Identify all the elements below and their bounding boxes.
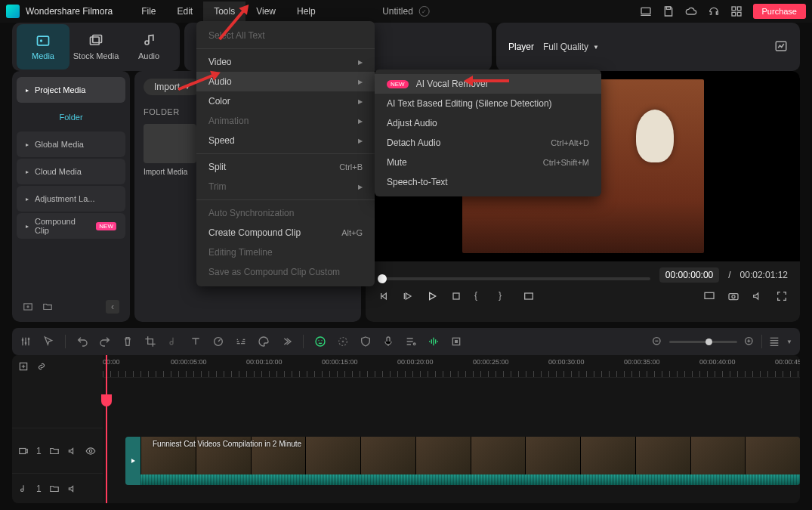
menu-auto-sync[interactable]: Auto Synchronization (196, 203, 375, 223)
menu-split[interactable]: SplitCtrl+B (196, 157, 375, 177)
undo-icon[interactable] (76, 335, 88, 348)
media-thumb-import[interactable]: Import Media (144, 124, 196, 176)
clip-handle-icon[interactable] (125, 437, 140, 485)
sidebar-cloud-media[interactable]: ▸ Cloud Media (17, 159, 125, 184)
menu-animation[interactable]: Animation▶ (196, 111, 375, 131)
sidebar-project-media[interactable]: ▸ Project Media (17, 77, 125, 103)
tab-audio[interactable]: Audio (122, 24, 175, 70)
timeline-body[interactable]: 00:00 00:00:05:00 00:00:10:00 00:00:15:0… (103, 355, 800, 503)
speed-icon[interactable] (212, 335, 224, 348)
sidebar-item-label: Compound Clip (35, 217, 90, 235)
menu-help[interactable]: Help (286, 2, 326, 21)
menu-ai-text-editing[interactable]: AI Text Based Editing (Silence Detection… (375, 94, 601, 113)
grid-icon[interactable] (730, 5, 743, 17)
menu-speed[interactable]: Speed▶ (196, 131, 375, 150)
menu-detach-audio[interactable]: Detach AudioCtrl+Alt+D (375, 133, 601, 153)
zoom-in-icon[interactable] (743, 335, 755, 348)
ratio-icon[interactable] (523, 290, 535, 302)
svg-point-20 (25, 342, 27, 345)
prev-frame-icon[interactable] (378, 290, 390, 302)
layout-icon[interactable] (768, 335, 780, 348)
frame-icon[interactable] (450, 335, 462, 348)
svg-point-36 (89, 450, 92, 453)
equalizer-icon[interactable] (235, 335, 247, 348)
playhead-slider[interactable] (378, 277, 650, 280)
video-track-header[interactable]: 1 (12, 428, 103, 473)
mic-icon[interactable] (382, 335, 394, 348)
volume-icon[interactable] (752, 290, 764, 302)
menu-save-compound-custom[interactable]: Save as Compound Clip Custom (196, 262, 375, 282)
quality-dropdown[interactable]: Full Quality ▼ (543, 42, 599, 52)
menu-audio[interactable]: Audio▶ (196, 72, 375, 91)
menu-create-compound[interactable]: Create Compound ClipAlt+G (196, 223, 375, 243)
music-note-icon[interactable] (167, 335, 179, 348)
mark-out-icon[interactable]: } (499, 290, 511, 302)
menu-trim[interactable]: Trim▶ (196, 177, 375, 196)
media-icon (36, 33, 51, 48)
more-icon[interactable] (280, 335, 292, 348)
link-icon[interactable] (36, 361, 47, 372)
audio-track-header[interactable]: 1 (12, 473, 103, 503)
display-icon[interactable] (703, 290, 715, 302)
menu-color[interactable]: Color▶ (196, 91, 375, 111)
svg-point-29 (413, 343, 415, 345)
palette-icon[interactable] (258, 335, 270, 348)
tab-media[interactable]: Media (17, 24, 69, 70)
redo-icon[interactable] (99, 335, 111, 348)
ruler-label: 00:00:45:00 (775, 358, 800, 366)
playlist-icon[interactable] (405, 335, 417, 348)
stop-icon[interactable] (450, 290, 462, 302)
text-icon[interactable] (190, 335, 202, 348)
beat-icon[interactable] (428, 335, 440, 348)
purchase-button[interactable]: Purchase (753, 4, 806, 19)
eye-icon[interactable] (85, 446, 96, 456)
headset-icon[interactable] (708, 5, 720, 17)
menu-file[interactable]: File (131, 2, 166, 21)
timeline-ruler[interactable]: 00:00 00:00:05:00 00:00:10:00 00:00:15:0… (103, 355, 800, 378)
play-icon[interactable] (426, 290, 438, 302)
add-track-icon[interactable] (18, 361, 29, 372)
sidebar-compound-clip[interactable]: ▸ Compound Clip NEW (17, 213, 125, 239)
sidebar-adjustment-layer[interactable]: ▸ Adjustment La... (17, 186, 125, 212)
menu-video[interactable]: Video▶ (196, 52, 375, 72)
menu-adjust-audio[interactable]: Adjust Audio (375, 113, 601, 133)
delete-icon[interactable] (122, 335, 134, 348)
play-reverse-icon[interactable] (402, 290, 414, 302)
menu-mute[interactable]: MuteCtrl+Shift+M (375, 153, 601, 172)
menu-edit[interactable]: Edit (167, 2, 204, 21)
crop-icon[interactable] (144, 335, 156, 348)
save-icon[interactable] (662, 5, 675, 17)
snapshot-chart-icon[interactable] (774, 39, 788, 53)
speaker-icon[interactable] (67, 484, 78, 494)
zoom-out-icon[interactable] (651, 335, 663, 348)
sidebar-global-media[interactable]: ▸ Global Media (17, 131, 125, 157)
caret-icon: ▸ (26, 168, 29, 175)
menu-speech-to-text[interactable]: Speech-to-Text (375, 172, 601, 192)
video-clip[interactable]: Funniest Cat Videos Compilation in 2 Min… (125, 437, 800, 485)
menu-editing-timeline[interactable]: Editing Timeline (196, 243, 375, 262)
adjust-icon[interactable] (20, 335, 32, 348)
clip-audio-waveform (140, 474, 800, 485)
camera-icon[interactable] (727, 290, 739, 302)
zoom-slider[interactable] (669, 341, 737, 343)
ai-face-icon[interactable] (314, 335, 326, 348)
svg-point-24 (318, 340, 319, 341)
slider-knob-icon[interactable] (378, 274, 387, 283)
add-media-icon[interactable] (23, 301, 33, 312)
add-folder-icon[interactable] (42, 301, 53, 312)
speaker-icon[interactable] (67, 446, 78, 456)
folder-small-icon[interactable] (49, 484, 60, 494)
shield-icon[interactable] (360, 335, 372, 348)
folder-small-icon[interactable] (49, 446, 60, 456)
target-dot-icon[interactable] (337, 335, 349, 348)
playhead[interactable] (106, 355, 107, 503)
sidebar-folder[interactable]: Folder (17, 104, 125, 130)
collapse-sidebar-icon[interactable]: ‹ (106, 300, 119, 314)
mark-in-icon[interactable]: { (474, 290, 486, 302)
fullscreen-icon[interactable] (776, 290, 788, 302)
cursor-icon[interactable] (42, 335, 54, 348)
chevron-down-icon[interactable]: ▼ (786, 338, 792, 345)
cloud-icon[interactable] (685, 5, 697, 17)
tab-stock-media[interactable]: Stock Media (69, 24, 122, 70)
device-icon[interactable] (640, 5, 652, 17)
